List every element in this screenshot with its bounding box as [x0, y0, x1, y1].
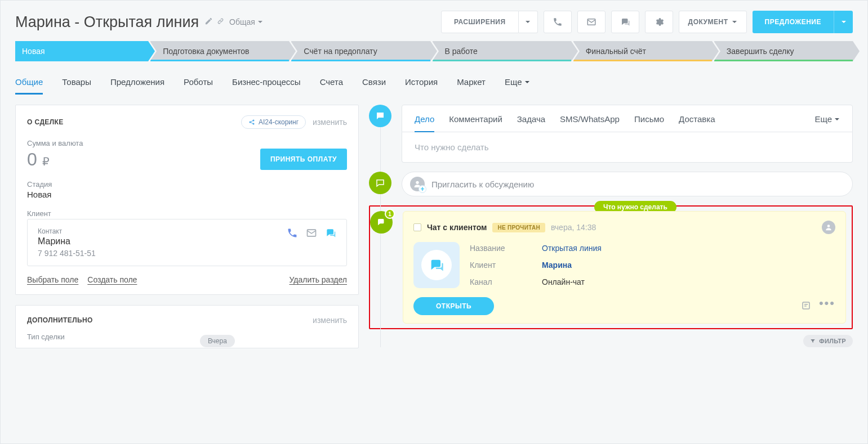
- document-button[interactable]: ДОКУМЕНТ: [679, 11, 747, 33]
- ai-scoring-pill[interactable]: AI24-скоринг: [241, 115, 306, 129]
- todo-input[interactable]: Что нужно сделать: [402, 132, 853, 163]
- settings-button[interactable]: [645, 11, 673, 33]
- about-deal-title: О СДЕЛКЕ: [27, 118, 64, 126]
- filter-button[interactable]: ФИЛЬТР: [803, 335, 853, 347]
- invite-discussion[interactable]: + Пригласить к обсуждению: [402, 172, 853, 196]
- contact-email-icon[interactable]: [306, 227, 317, 240]
- amount-label: Сумма и валюта: [27, 139, 347, 147]
- act-tab-delivery[interactable]: Доставка: [679, 114, 715, 132]
- stage-inwork[interactable]: В работе: [433, 41, 571, 61]
- date-separator: Вчера: [200, 335, 235, 347]
- tab-bp[interactable]: Бизнес-процессы: [232, 74, 301, 95]
- kv-client-label: Клиент: [470, 261, 532, 270]
- select-field-link[interactable]: Выбрать поле: [27, 275, 78, 284]
- unread-badge: НЕ ПРОЧИТАН: [492, 223, 545, 232]
- timeline-compose-icon: [369, 105, 391, 127]
- chat-card[interactable]: Чат с клиентом НЕ ПРОЧИТАН вчера, 14:38: [403, 211, 846, 324]
- tab-invoices[interactable]: Счета: [320, 74, 343, 95]
- avatar-icon: +: [410, 177, 425, 191]
- chat-title: Чат с клиентом: [427, 223, 487, 232]
- chat-channel-icon: [413, 242, 460, 288]
- act-tab-task[interactable]: Задача: [517, 114, 545, 132]
- contact-sublabel: Контакт: [38, 227, 96, 235]
- kv-name-label: Название: [470, 244, 532, 253]
- tab-links[interactable]: Связи: [362, 74, 386, 95]
- timeline-discuss-icon: [369, 172, 391, 194]
- chat-button[interactable]: [611, 11, 639, 33]
- offer-button[interactable]: ПРЕДЛОЖЕНИЕ: [753, 11, 834, 33]
- tab-market[interactable]: Маркет: [457, 74, 486, 95]
- act-tab-sms[interactable]: SMS/WhatsApp: [560, 114, 620, 132]
- kv-channel-label: Канал: [470, 277, 532, 286]
- kv-channel-value: Онлайн-чат: [542, 277, 602, 286]
- act-tab-more[interactable]: Еще: [814, 114, 840, 132]
- funnel-selector[interactable]: Общая: [229, 17, 263, 26]
- act-tab-mail[interactable]: Письмо: [634, 114, 664, 132]
- link-icon[interactable]: [216, 17, 225, 27]
- chat-avatar-icon: [822, 221, 835, 234]
- svg-point-5: [416, 181, 419, 184]
- stage-prepay[interactable]: Счёт на предоплату: [291, 41, 430, 61]
- tab-offers[interactable]: Предложения: [110, 74, 164, 95]
- unread-count-badge: 1: [385, 209, 395, 219]
- stage-docs[interactable]: Подготовка документов: [150, 41, 289, 61]
- contact-chat-icon[interactable]: [325, 227, 336, 240]
- create-field-link[interactable]: Создать поле: [87, 275, 137, 284]
- kv-name-value[interactable]: Открытая линия: [542, 244, 602, 253]
- edit-title-icon[interactable]: [204, 17, 213, 27]
- client-label: Клиент: [27, 209, 347, 218]
- page-title: Марина - Открытая линия: [15, 15, 199, 30]
- stage-final[interactable]: Финальный счёт: [573, 41, 712, 61]
- deal-type-label: Тип сделки: [27, 333, 347, 341]
- delete-section-link[interactable]: Удалить раздел: [289, 275, 347, 284]
- stage-close[interactable]: Завершить сделку: [714, 41, 853, 61]
- stage-value: Новая: [27, 190, 347, 199]
- tab-goods[interactable]: Товары: [62, 74, 91, 95]
- more-icon[interactable]: •••: [819, 301, 835, 312]
- edit-additional-link[interactable]: изменить: [313, 316, 347, 325]
- extensions-button[interactable]: РАСШИРЕНИЯ: [441, 11, 519, 33]
- timeline-chat-icon: 1: [370, 211, 393, 234]
- kv-client-value[interactable]: Марина: [542, 261, 602, 270]
- svg-point-6: [827, 225, 830, 227]
- act-tab-case[interactable]: Дело: [415, 114, 434, 132]
- open-chat-button[interactable]: ОТКРЫТЬ: [413, 297, 494, 315]
- contact-name[interactable]: Марина: [38, 236, 96, 246]
- stage-label: Стадия: [27, 180, 347, 189]
- contact-phone[interactable]: 7 912 481-51-51: [38, 249, 96, 258]
- edit-about-link[interactable]: изменить: [313, 118, 347, 127]
- additional-title: ДОПОЛНИТЕЛЬНО: [27, 316, 93, 324]
- add-icon: +: [419, 185, 426, 193]
- email-button[interactable]: [577, 11, 606, 33]
- stage-new[interactable]: Новая: [15, 41, 148, 61]
- call-button[interactable]: [544, 11, 572, 33]
- tab-more[interactable]: Еще: [505, 74, 530, 95]
- accept-payment-button[interactable]: ПРИНЯТЬ ОПЛАТУ: [260, 149, 347, 170]
- tab-common[interactable]: Общие: [15, 74, 43, 95]
- offer-dropdown[interactable]: [834, 11, 853, 33]
- act-tab-comment[interactable]: Комментарий: [449, 114, 502, 132]
- extensions-dropdown[interactable]: [519, 11, 538, 33]
- tab-history[interactable]: История: [405, 74, 438, 95]
- contact-call-icon[interactable]: [287, 227, 298, 240]
- amount-value: 0 ₽: [27, 149, 50, 170]
- chat-checkbox[interactable]: [413, 223, 421, 231]
- chat-time: вчера, 14:38: [551, 223, 596, 232]
- tab-robots[interactable]: Роботы: [184, 74, 213, 95]
- note-icon[interactable]: [801, 301, 811, 312]
